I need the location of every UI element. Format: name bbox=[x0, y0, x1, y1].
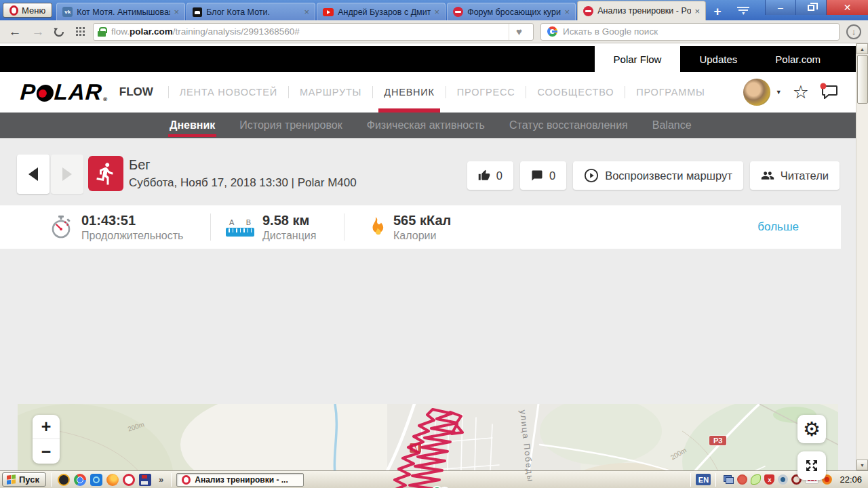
nav-diary[interactable]: ДНЕВНИК bbox=[382, 87, 436, 98]
favorites-star-icon[interactable]: ☆ bbox=[793, 83, 809, 102]
tab-strip: vk Кот Мотя. Антимышовая ко × Блог Кота … bbox=[56, 0, 728, 20]
avatar-dropdown-icon[interactable]: ▼ bbox=[776, 89, 782, 96]
reload-icon[interactable] bbox=[53, 26, 65, 38]
speed-dial-icon[interactable] bbox=[76, 27, 78, 29]
taskbar-clock[interactable]: 22:06 bbox=[840, 474, 862, 485]
search-field[interactable]: Искать в Google поиск bbox=[540, 23, 840, 41]
comment-button[interactable]: 0 bbox=[520, 161, 566, 190]
nav-routes[interactable]: МАРШРУТЫ bbox=[298, 87, 363, 98]
polar-logo[interactable]: PLAR® bbox=[20, 79, 109, 105]
webcam-tray-icon[interactable] bbox=[778, 474, 788, 485]
quick-launch-overflow-icon[interactable]: » bbox=[159, 474, 163, 485]
forward-icon[interactable]: → bbox=[30, 24, 46, 39]
map-settings-button[interactable]: ⚙ bbox=[797, 415, 826, 443]
nav-community[interactable]: СООБЩЕСТВО bbox=[536, 87, 615, 98]
tab-close-icon[interactable]: × bbox=[565, 7, 570, 17]
polar-header: PLAR® FLOW ЛЕНТА НОВОСТЕЙ МАРШРУТЫ ДНЕВН… bbox=[0, 72, 856, 113]
opera-icon[interactable] bbox=[123, 474, 135, 486]
quick-launch-app-icon[interactable] bbox=[58, 474, 70, 486]
zoom-out-button[interactable]: − bbox=[33, 439, 60, 464]
tab-forum[interactable]: Форум бросающих курить × bbox=[447, 3, 576, 20]
subnav-activity[interactable]: Физическая активность bbox=[367, 113, 485, 138]
topbar-polar-flow[interactable]: Polar Flow bbox=[595, 46, 681, 72]
calories-stat: 565 кКалКалории bbox=[344, 213, 451, 242]
download-icon[interactable]: ↓ bbox=[846, 24, 861, 39]
tab-list-icon[interactable]: ▼ bbox=[737, 7, 749, 15]
tab-youtube[interactable]: Андрей Бузаров с Дмитрие × bbox=[317, 3, 446, 20]
readers-label: Читатели bbox=[781, 169, 829, 182]
action-buttons: 0 0 Воспроизвести маршрут Читатели bbox=[467, 161, 840, 190]
security-shield-tray-icon[interactable]: x bbox=[764, 474, 774, 485]
tab-close-icon[interactable]: × bbox=[174, 7, 180, 17]
more-link[interactable]: больше bbox=[757, 220, 799, 234]
zoom-in-button[interactable]: + bbox=[33, 415, 60, 439]
firefox-icon[interactable] bbox=[106, 474, 119, 486]
map-zoom-control: + − bbox=[33, 415, 60, 464]
new-tab-button[interactable]: + bbox=[707, 3, 728, 20]
subnav-diary[interactable]: Дневник bbox=[170, 113, 215, 138]
stats-bar: 01:43:51Продолжительность АВ 9.58 кмДист… bbox=[0, 205, 841, 249]
next-arrow-icon bbox=[62, 167, 72, 181]
restore-button[interactable] bbox=[795, 0, 826, 15]
home-app-icon[interactable] bbox=[90, 474, 102, 486]
polar-top-bar: Polar Flow Updates Polar.com bbox=[0, 46, 856, 72]
readers-button[interactable]: Читатели bbox=[750, 161, 840, 190]
page-scrollbar[interactable]: ▲ ▼ bbox=[856, 43, 868, 470]
bookmark-heart-icon[interactable]: ♥ bbox=[509, 24, 529, 40]
start-button[interactable]: Пуск bbox=[2, 472, 46, 487]
antivirus-tray-icon[interactable] bbox=[737, 474, 747, 485]
tab-close-icon[interactable]: × bbox=[435, 7, 440, 17]
like-button[interactable]: 0 bbox=[467, 161, 513, 190]
forum-favicon bbox=[453, 7, 463, 17]
web-page: Polar Flow Updates Polar.com PLAR® FLOW … bbox=[0, 43, 856, 470]
nav-programs[interactable]: ПРОГРАММЫ bbox=[635, 87, 706, 98]
topbar-polar-com[interactable]: Polar.com bbox=[756, 46, 840, 72]
language-indicator[interactable]: EN bbox=[696, 474, 711, 485]
opera-menu-button[interactable]: Меню bbox=[3, 3, 52, 18]
tab-close-icon[interactable]: × bbox=[695, 6, 701, 16]
tab-cat-blog[interactable]: Блог Кота Моти. × bbox=[186, 3, 315, 20]
tab-polar-active[interactable]: Анализ тренировки - Polar F × bbox=[577, 1, 706, 20]
restore-icon bbox=[808, 5, 814, 11]
scroll-down-button[interactable]: ▼ bbox=[856, 460, 868, 470]
url-text: flow.polar.com/training/analysis/2991368… bbox=[111, 26, 503, 37]
nav-progress[interactable]: ПРОГРЕСС bbox=[456, 87, 517, 98]
notifications-icon[interactable] bbox=[820, 83, 838, 102]
back-icon[interactable]: ← bbox=[7, 24, 23, 39]
network-tray-icon[interactable] bbox=[724, 474, 734, 485]
chrome-icon[interactable] bbox=[74, 474, 86, 486]
close-button[interactable]: ✕ bbox=[826, 0, 868, 15]
subnav-history[interactable]: История тренировок bbox=[239, 113, 342, 138]
tab-vk-blog[interactable]: vk Кот Мотя. Антимышовая ко × bbox=[56, 3, 185, 20]
duration-stat: 01:43:51Продолжительность bbox=[49, 213, 210, 242]
play-route-button[interactable]: Воспроизвести маршрут bbox=[573, 161, 743, 190]
subnav-balance[interactable]: Balance bbox=[652, 113, 692, 138]
taskbar: Пуск » Анализ тренировки - ... EN x bbox=[0, 470, 868, 488]
scroll-up-button[interactable]: ▲ bbox=[856, 43, 868, 54]
avatar[interactable] bbox=[743, 79, 770, 106]
stopwatch-icon bbox=[49, 215, 73, 239]
nav-news-feed[interactable]: ЛЕНТА НОВОСТЕЙ bbox=[178, 87, 279, 98]
map-fullscreen-button[interactable] bbox=[797, 451, 826, 480]
tab-close-icon[interactable]: × bbox=[304, 7, 310, 17]
next-session-button[interactable] bbox=[51, 155, 83, 194]
prev-arrow-icon bbox=[28, 167, 38, 181]
subnav-recovery[interactable]: Статус восстановления bbox=[509, 113, 628, 138]
running-sport-icon bbox=[88, 156, 123, 191]
topbar-updates[interactable]: Updates bbox=[680, 46, 756, 72]
url-field[interactable]: flow.polar.com/training/analysis/2991368… bbox=[93, 23, 534, 41]
task-title: Анализ тренировки - ... bbox=[195, 475, 288, 485]
windows-logo-icon bbox=[7, 474, 16, 484]
minimize-button[interactable]: – bbox=[765, 0, 795, 15]
thumbs-up-icon bbox=[478, 169, 490, 182]
readers-icon bbox=[761, 169, 774, 182]
save-app-icon[interactable] bbox=[139, 474, 151, 486]
session-meta: Суббота, Нояб 17, 2018 13:30 | Polar M40… bbox=[129, 176, 357, 190]
vk-favicon: vk bbox=[62, 7, 73, 17]
title-block: Бег Суббота, Нояб 17, 2018 13:30 | Polar… bbox=[129, 157, 357, 190]
scrollbar-thumb[interactable] bbox=[857, 55, 868, 104]
prev-session-button[interactable] bbox=[17, 155, 50, 194]
desktop: Меню vk Кот Мотя. Антимышовая ко × Блог … bbox=[0, 0, 868, 488]
taskbar-window-button[interactable]: Анализ тренировки - ... bbox=[176, 473, 304, 487]
leaf-tray-icon[interactable] bbox=[751, 474, 761, 485]
